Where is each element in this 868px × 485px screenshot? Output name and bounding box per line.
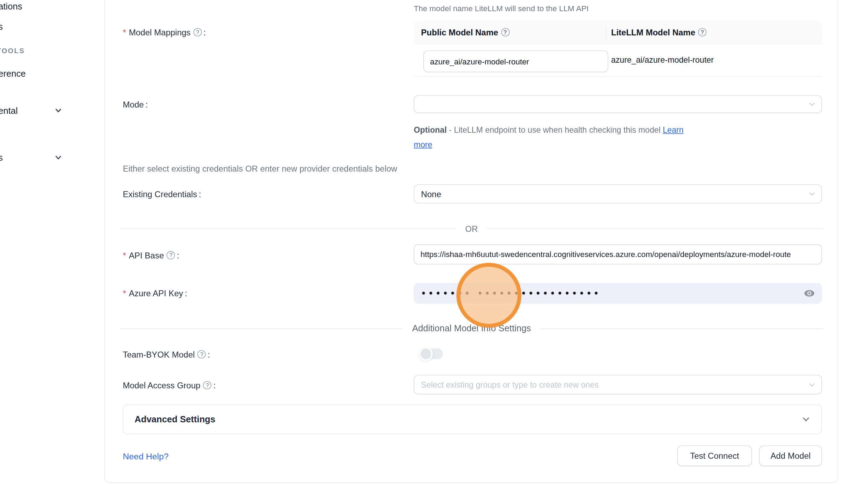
mode-label: Mode : [123,97,148,111]
sidebar-item-s2[interactable]: s [0,153,3,163]
chevron-down-icon [808,101,815,108]
help-icon[interactable]: ? [167,251,175,259]
model-access-group-select[interactable]: Select existing groups or type to create… [414,375,822,394]
divider-line [119,328,403,329]
required-mark: * [123,288,126,298]
column-header-litellm-model-name: LiteLLM Model Name ? [606,27,706,37]
chevron-down-icon [808,190,815,197]
additional-settings-divider: Additional Model Info Settings [119,321,824,336]
add-model-form-page: ations s TOOLS erence ental s The model … [0,0,868,485]
chevron-down-icon [808,381,815,388]
existing-credentials-select[interactable]: None [414,184,822,203]
divider-line [540,328,824,329]
click-indicator [456,263,521,328]
need-help-link[interactable]: Need Help? [123,452,169,462]
model-access-group-label: Model Access Group ? : [123,378,216,392]
required-mark: * [123,250,126,259]
help-icon[interactable]: ? [193,28,202,36]
sidebar-item-ations[interactable]: ations [0,2,22,12]
chevron-down-icon [54,153,62,161]
help-icon[interactable]: ? [698,28,706,36]
litellm-model-name-value: azure_ai/azure-model-router [611,55,714,64]
help-icon[interactable]: ? [501,28,510,36]
or-divider: OR [119,222,824,235]
required-mark: * [123,27,126,37]
model-name-hint: The model name LiteLLM will send to the … [414,4,589,13]
table-row: azure_ai/azure-model-router azure_ai/azu… [414,44,822,77]
test-connect-button[interactable]: Test Connect [677,445,752,466]
existing-credentials-label: Existing Credentials : [123,187,201,200]
team-byok-toggle[interactable] [422,348,443,359]
sidebar-item-ental[interactable]: ental [0,106,18,116]
help-icon[interactable]: ? [203,381,212,389]
sidebar-section-tools: TOOLS [0,47,25,55]
api-base-label: * API Base ? : [123,248,179,262]
column-header-public-model-name: Public Model Name ? [414,27,606,37]
public-model-name-input[interactable]: azure_ai/azure-model-router [423,50,608,72]
team-byok-label: Team-BYOK Model ? : [123,347,210,361]
mode-select[interactable] [414,95,822,113]
azure-api-key-label: * Azure API Key : [123,286,187,300]
sidebar-item-erence[interactable]: erence [0,69,26,79]
eye-icon[interactable] [804,288,814,298]
credentials-hint: Either select existing credentials OR en… [123,164,397,173]
mode-hint: Optional - LiteLLM endpoint to use when … [414,123,703,152]
sidebar-item-s1[interactable]: s [0,22,3,32]
advanced-settings-panel[interactable]: Advanced Settings [123,404,822,434]
table-header: Public Model Name ? LiteLLM Model Name ? [414,21,822,44]
model-mappings-table: Public Model Name ? LiteLLM Model Name ?… [414,21,822,77]
chevron-down-icon [54,106,62,114]
column-divider [606,26,606,39]
toggle-knob [419,347,433,361]
chevron-down-icon [802,415,810,424]
select-placeholder: Select existing groups or type to create… [421,380,599,389]
divider-line [487,228,823,229]
help-icon[interactable]: ? [198,350,206,358]
model-mappings-label: * Model Mappings ? : [123,25,206,39]
add-model-button[interactable]: Add Model [759,445,822,466]
divider-line [119,228,456,229]
api-base-input[interactable]: https://ishaa-mh6uutut-swedencentral.cog… [414,244,822,265]
advanced-settings-title: Advanced Settings [135,414,215,424]
